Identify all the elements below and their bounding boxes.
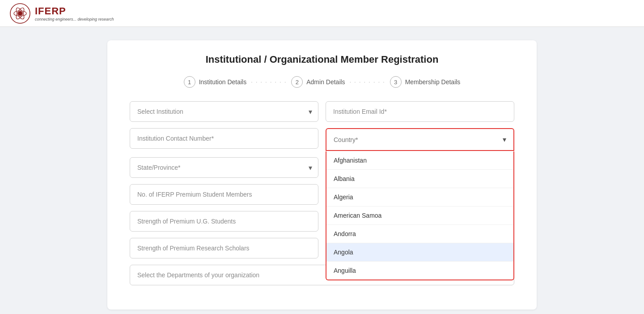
form-container: Institutional / Organizational Member Re…: [107, 40, 537, 310]
country-option-afghanistan[interactable]: Afghanistan: [326, 151, 513, 170]
country-option-algeria[interactable]: Algeria: [326, 188, 513, 206]
step-2: 2 Admin Details: [291, 76, 345, 88]
step-1: 1 Institution Details: [184, 76, 247, 88]
country-select-header[interactable]: ▾: [326, 128, 514, 151]
logo-text-area: IFERP connecting engineers... developing…: [35, 5, 114, 22]
steps-bar: 1 Institution Details · · · · · · · · 2 …: [130, 76, 514, 88]
form-row-1: Select Institution: [130, 101, 514, 122]
select-institution-wrapper: Select Institution: [130, 101, 318, 122]
step-1-label: Institution Details: [199, 78, 247, 86]
page-title: Institutional / Organizational Member Re…: [130, 54, 514, 65]
ug-students-field: [130, 211, 318, 232]
select-institution[interactable]: Select Institution: [130, 101, 318, 122]
step-2-circle: 2: [291, 76, 303, 88]
institution-email-input[interactable]: [326, 101, 514, 122]
step-3-label: Membership Details: [405, 78, 461, 86]
state-province-select[interactable]: State/Province*: [130, 157, 318, 178]
step-3-circle: 3: [390, 76, 402, 88]
country-dropdown-list: Afghanistan Albania Algeria American Sam…: [326, 151, 514, 280]
svg-point-1: [18, 11, 22, 16]
research-scholars-input[interactable]: [130, 238, 318, 258]
premium-students-input[interactable]: [130, 184, 318, 205]
iferp-logo-icon: [9, 2, 31, 25]
logo-tagline-text: connecting engineers... developing resea…: [35, 17, 114, 22]
institution-email-field: [326, 101, 514, 122]
form-row-2: ▾ Afghanistan Albania Algeria American S…: [130, 128, 514, 151]
step-2-label: Admin Details: [306, 78, 345, 86]
premium-students-field: [130, 184, 318, 205]
chevron-down-icon: ▾: [503, 135, 506, 144]
step-3: 3 Membership Details: [390, 76, 461, 88]
logo-iferp-text: IFERP: [35, 5, 114, 17]
header: IFERP connecting engineers... developing…: [0, 0, 644, 27]
step-1-circle: 1: [184, 76, 195, 88]
country-option-anguilla[interactable]: Anguilla: [326, 262, 513, 280]
logo-area: IFERP connecting engineers... developing…: [9, 2, 114, 25]
state-province-wrapper: State/Province*: [130, 157, 318, 178]
institution-contact-field: [130, 128, 318, 151]
research-scholars-field: [130, 238, 318, 258]
country-option-american-samoa[interactable]: American Samoa: [326, 206, 513, 225]
ug-students-input[interactable]: [130, 211, 318, 232]
step-dots-1: · · · · · · · ·: [251, 79, 287, 85]
main-content: Institutional / Organizational Member Re…: [0, 27, 644, 314]
step-dots-2: · · · · · · · ·: [350, 79, 386, 85]
institution-contact-input[interactable]: [130, 128, 318, 149]
country-option-angola[interactable]: Angola: [326, 243, 513, 262]
country-search-input[interactable]: [334, 136, 503, 143]
country-option-andorra[interactable]: Andorra: [326, 225, 513, 243]
country-option-albania[interactable]: Albania: [326, 170, 513, 188]
country-dropdown-container: ▾ Afghanistan Albania Algeria American S…: [326, 128, 514, 151]
